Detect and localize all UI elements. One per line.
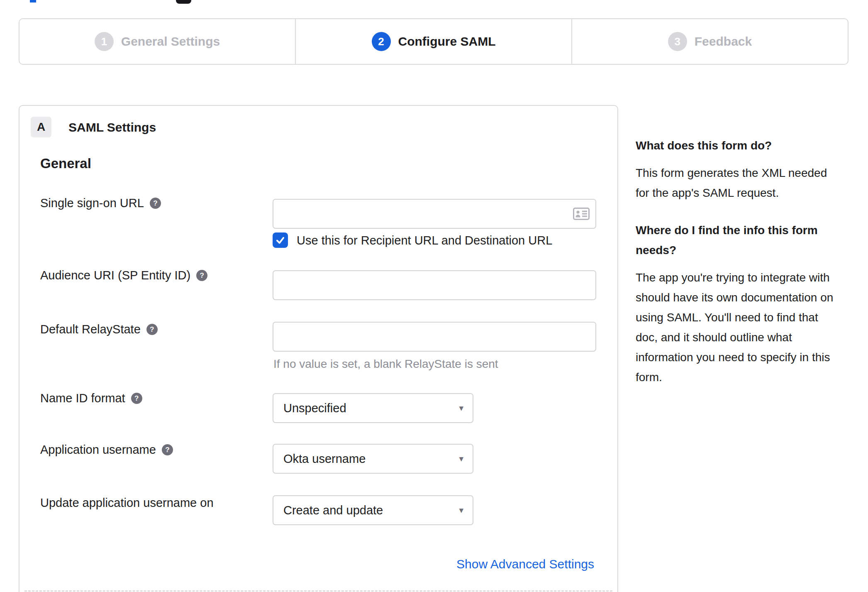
app-username-value: Okta username [283, 452, 366, 466]
variable-picker-icon[interactable] [573, 208, 590, 220]
nameid-format-help-icon[interactable]: ? [131, 393, 142, 404]
relaystate-input[interactable] [273, 322, 596, 352]
relaystate-label: Default RelayState ? [40, 323, 158, 336]
checkmark-icon [276, 235, 285, 245]
app-username-help-icon[interactable]: ? [162, 444, 173, 455]
step-label: Configure SAML [398, 34, 496, 49]
sso-url-input[interactable] [273, 199, 596, 229]
audience-uri-label: Audience URI (SP Entity ID) ? [40, 269, 207, 282]
step-label: General Settings [121, 34, 220, 49]
wizard-stepper: 1 General Settings 2 Configure SAML 3 Fe… [19, 18, 848, 65]
app-username-label: Application username ? [40, 443, 173, 457]
cropped-logo-artifact [176, 0, 191, 4]
section-dashed-divider [24, 590, 612, 592]
sso-url-label: Single sign-on URL ? [40, 196, 161, 210]
step-label: Feedback [695, 34, 752, 49]
audience-uri-input[interactable] [273, 270, 596, 300]
cropped-blue-artifact [30, 0, 36, 2]
relaystate-help-icon[interactable]: ? [146, 324, 158, 335]
recipient-url-checkbox[interactable] [273, 232, 288, 248]
show-advanced-settings-link[interactable]: Show Advanced Settings [456, 557, 594, 571]
chevron-down-icon: ▾ [459, 505, 463, 515]
nameid-format-label: Name ID format ? [40, 391, 142, 405]
sso-url-label-text: Single sign-on URL [40, 196, 144, 210]
sidebar-body-where: The app you're trying to integrate with … [636, 268, 860, 387]
update-username-value: Create and update [283, 504, 383, 517]
step-general-settings[interactable]: 1 General Settings [20, 19, 295, 64]
audience-uri-help-icon[interactable]: ? [196, 270, 207, 281]
update-username-label-text: Update application username on [40, 496, 214, 510]
app-username-select[interactable]: Okta username ▾ [273, 444, 473, 474]
step-number-badge: 1 [95, 32, 114, 51]
step-number-badge: 2 [372, 32, 391, 51]
saml-settings-panel: A SAML Settings General Single sign-on U… [19, 105, 618, 592]
sidebar-body-what: This form generates the XML needed for t… [636, 163, 860, 203]
app-username-label-text: Application username [40, 443, 156, 457]
sso-url-help-icon[interactable]: ? [150, 198, 161, 209]
update-username-label: Update application username on [40, 496, 214, 510]
nameid-format-value: Unspecified [283, 401, 346, 415]
chevron-down-icon: ▾ [459, 454, 463, 464]
audience-uri-label-text: Audience URI (SP Entity ID) [40, 269, 190, 282]
sidebar-heading-what: What does this form do? [636, 136, 860, 156]
chevron-down-icon: ▾ [459, 403, 463, 413]
update-username-select[interactable]: Create and update ▾ [273, 495, 473, 525]
relaystate-hint: If no value is set, a blank RelayState i… [273, 357, 498, 371]
section-a-badge: A [31, 117, 51, 137]
section-title: SAML Settings [68, 120, 156, 135]
step-number-badge: 3 [668, 32, 687, 51]
sidebar-heading-where: Where do I find the info this form needs… [636, 220, 860, 260]
recipient-url-checkbox-label[interactable]: Use this for Recipient URL and Destinati… [297, 234, 552, 247]
help-sidebar: What does this form do? This form genera… [636, 136, 860, 405]
nameid-format-select[interactable]: Unspecified ▾ [273, 393, 473, 423]
nameid-format-label-text: Name ID format [40, 391, 125, 405]
step-feedback[interactable]: 3 Feedback [571, 19, 848, 64]
step-configure-saml[interactable]: 2 Configure SAML [295, 19, 571, 64]
relaystate-label-text: Default RelayState [40, 323, 141, 336]
general-heading: General [40, 156, 91, 171]
